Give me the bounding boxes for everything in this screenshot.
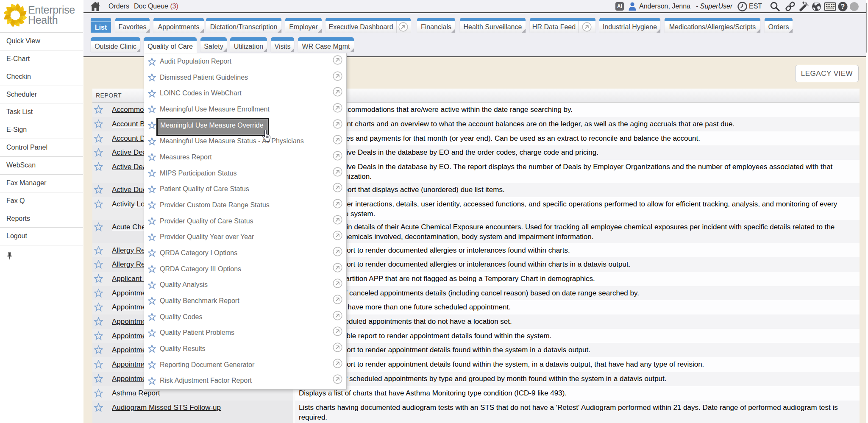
svg-text:?: ?	[841, 3, 845, 10]
